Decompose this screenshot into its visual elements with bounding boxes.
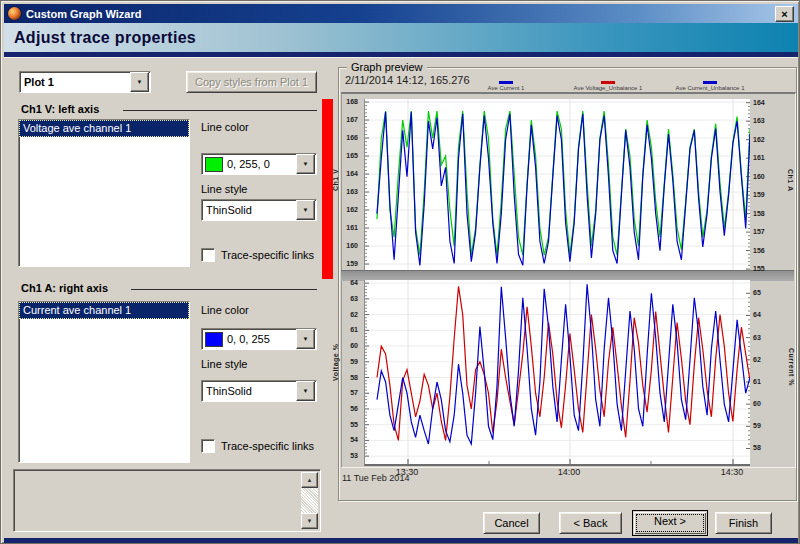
notes-panel: ▲ ▼ [13, 469, 321, 532]
trace-links-label: Trace-specific links [221, 249, 314, 261]
axis-tick-label: 159 [753, 191, 773, 199]
chevron-down-icon[interactable]: ▼ [296, 329, 315, 349]
axis-tick-label: 165 [341, 152, 358, 160]
axis-tick-label: 58 [341, 374, 358, 382]
plot-select[interactable]: Plot 1 ▼ [19, 71, 151, 93]
axis-tick-label: 65 [753, 289, 773, 297]
axis-title-current-pct: Current % [784, 339, 795, 395]
back-button[interactable]: < Back [559, 512, 622, 534]
legend-label: Ave Current_Unbalance 1 [676, 85, 745, 91]
line-color-label: Line color [201, 121, 249, 133]
legend-swatch [499, 81, 513, 84]
axis-tick-label: 167 [341, 116, 358, 124]
plot-bottom[interactable] [364, 280, 750, 466]
legend-item[interactable]: Ave Voltage_Unbalance 1 [563, 81, 653, 91]
list-item[interactable]: Current ave channel 1 [19, 302, 189, 319]
legend-item[interactable]: Ave Current_Unbalance 1 [665, 81, 755, 91]
x-axis-tick-label: 14:30 [716, 467, 748, 477]
cursor-readout: 2/11/2014 14:12, 165.276 [345, 74, 470, 86]
axis-tick-label: 61 [341, 326, 358, 334]
scroll-up-icon[interactable]: ▲ [301, 472, 318, 488]
section-rule [123, 110, 317, 111]
legend-label: Ave Current 1 [488, 85, 525, 91]
axis-tick-label: 161 [753, 154, 773, 162]
line-color-value: 0, 0, 255 [223, 333, 296, 345]
plot-select-value: Plot 1 [20, 76, 130, 88]
axis-tick-label: 62 [341, 311, 358, 319]
axis-tick-label: 162 [341, 206, 358, 214]
axis-tick-label: 163 [341, 188, 358, 196]
axis-title-ch1a: Ch1 A [783, 158, 794, 202]
trace-links-checkbox-ch1a[interactable] [201, 439, 215, 453]
trace-list-ch1v[interactable]: Voltage ave channel 1 [18, 119, 190, 267]
section-rule [131, 289, 317, 290]
axis-tick-label: 60 [341, 342, 358, 350]
header-divider-highlight [4, 57, 798, 58]
finish-button[interactable]: Finish [715, 512, 772, 534]
next-button[interactable]: Next > [632, 510, 708, 536]
axis-tick-label: 56 [341, 405, 358, 413]
axis-tick-label: 62 [753, 356, 773, 364]
line-color-select-ch1a[interactable]: 0, 0, 255 ▼ [201, 328, 317, 350]
axis-tick-label: 58 [753, 444, 773, 452]
plot-top[interactable] [364, 99, 750, 270]
axis-tick-label: 60 [753, 400, 773, 408]
x-axis-tick-label: 13:30 [391, 467, 423, 477]
group-title: Graph preview [347, 61, 427, 73]
axis-tick-label: 61 [753, 378, 773, 386]
trace-list-ch1a[interactable]: Current ave channel 1 [18, 301, 190, 463]
trace-links-checkbox-ch1v[interactable] [201, 248, 215, 262]
scroll-down-icon[interactable]: ▼ [301, 513, 318, 529]
axis-tick-label: 164 [341, 170, 358, 178]
chevron-down-icon[interactable]: ▼ [296, 200, 315, 220]
line-style-select-ch1a[interactable]: ThinSolid ▼ [201, 380, 317, 402]
axis-tick-label: 166 [341, 134, 358, 142]
close-button[interactable]: × [775, 6, 794, 22]
line-style-value: ThinSolid [202, 385, 296, 397]
trace-links-label: Trace-specific links [221, 440, 314, 452]
line-style-value: ThinSolid [202, 204, 296, 216]
cancel-button[interactable]: Cancel [483, 512, 540, 534]
axis-tick-label: 160 [753, 173, 773, 181]
line-style-select-ch1v[interactable]: ThinSolid ▼ [201, 199, 317, 221]
axis-tick-label: 64 [753, 311, 773, 319]
axis-tick-label: 63 [753, 334, 773, 342]
section-title-ch1v: Ch1 V: left axis [21, 103, 99, 115]
legend-swatch [601, 81, 615, 84]
axis-tick-label: 54 [341, 436, 358, 444]
axis-tick-label: 59 [753, 422, 773, 430]
axis-tick-label: 160 [341, 242, 358, 250]
axis-tick-label: 63 [341, 295, 358, 303]
chevron-down-icon[interactable]: ▼ [296, 154, 315, 174]
app-icon [8, 7, 21, 20]
trace-links-row-ch1v: Trace-specific links [201, 248, 314, 262]
chevron-down-icon[interactable]: ▼ [130, 72, 149, 92]
legend-swatch [703, 81, 717, 84]
axis-tick-label: 155 [753, 265, 773, 273]
axis-tick-label: 156 [753, 247, 773, 255]
axis-tick-label: 162 [753, 136, 773, 144]
line-color-value: 0, 255, 0 [223, 158, 296, 170]
x-axis-tick-label: 14:00 [553, 467, 585, 477]
copy-styles-button[interactable]: Copy styles from Plot 1 [186, 71, 317, 93]
line-style-label: Line style [201, 183, 247, 195]
legend-label: Ave Voltage_Unbalance 1 [574, 85, 643, 91]
custom-graph-wizard-window: Custom Graph Wizard × Adjust trace prope… [0, 0, 800, 544]
list-item[interactable]: Voltage ave channel 1 [19, 120, 189, 137]
axis-tick-label: 161 [341, 224, 358, 232]
axis-tick-label: 158 [753, 210, 773, 218]
window-title: Custom Graph Wizard [26, 8, 141, 20]
graph-preview-group: Graph preview 2/11/2014 14:12, 165.276 C… [338, 67, 797, 501]
axis-tick-label: 64 [341, 279, 358, 287]
section-title-ch1a: Ch1 A: right axis [21, 282, 108, 294]
trace-links-row-ch1a: Trace-specific links [201, 439, 314, 453]
line-color-label: Line color [201, 304, 249, 316]
color-swatch-blue [205, 332, 223, 347]
color-swatch-green [205, 157, 223, 172]
chevron-down-icon[interactable]: ▼ [296, 381, 315, 401]
legend-item[interactable]: Ave Current 1 [461, 81, 551, 91]
axis-tick-label: 168 [341, 98, 358, 106]
line-color-select-ch1v[interactable]: 0, 255, 0 ▼ [201, 153, 317, 175]
vertical-scrollbar[interactable]: ▲ ▼ [301, 472, 318, 529]
title-bar[interactable]: Custom Graph Wizard × [4, 4, 798, 23]
